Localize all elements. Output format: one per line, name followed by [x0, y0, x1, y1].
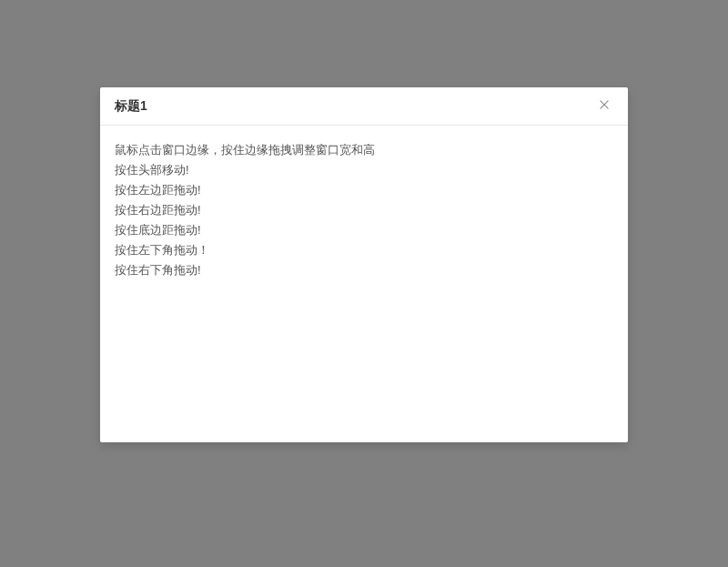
body-line: 鼠标点击窗口边缘，按住边缘拖拽调整窗口宽和高 [115, 140, 613, 160]
modal-window: 标题1 鼠标点击窗口边缘，按住边缘拖拽调整窗口宽和高 按住头部移动! 按住左边距… [100, 87, 628, 442]
body-line: 按住左下角拖动！ [115, 240, 613, 260]
body-line: 按住右下角拖动! [115, 260, 613, 280]
body-line: 按住底边距拖动! [115, 220, 613, 240]
modal-body: 鼠标点击窗口边缘，按住边缘拖拽调整窗口宽和高 按住头部移动! 按住左边距拖动! … [100, 126, 628, 442]
modal-title: 标题1 [115, 98, 147, 115]
modal-header[interactable]: 标题1 [100, 87, 628, 126]
close-button[interactable] [595, 97, 613, 116]
body-line: 按住左边距拖动! [115, 180, 613, 200]
body-line: 按住头部移动! [115, 160, 613, 180]
body-line: 按住右边距拖动! [115, 200, 613, 220]
close-icon [598, 98, 611, 115]
